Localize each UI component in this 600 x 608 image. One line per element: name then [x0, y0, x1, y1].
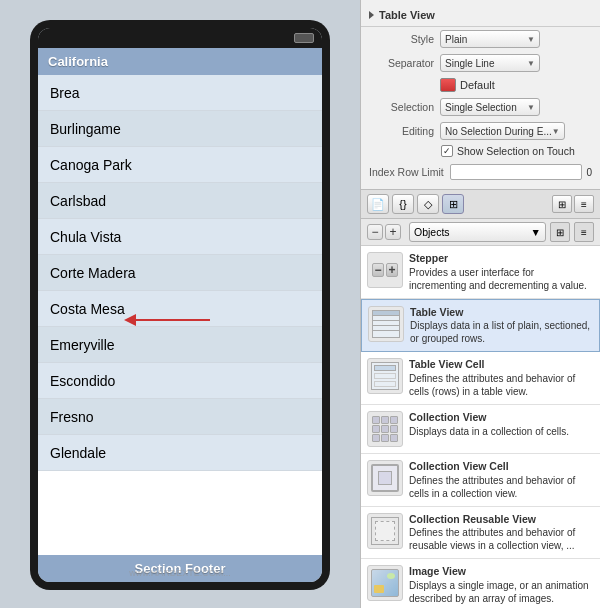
- selection-row: Selection Single Selection ▼: [361, 95, 600, 119]
- selection-select[interactable]: Single Selection ▼: [440, 98, 540, 116]
- list-view-icon[interactable]: ≡: [574, 222, 594, 242]
- table-row[interactable]: Escondido: [38, 363, 322, 399]
- section-header: California: [38, 48, 322, 75]
- objects-bar: − + Objects ▼ ⊞ ≡: [361, 219, 600, 246]
- table-row[interactable]: Chula Vista: [38, 219, 322, 255]
- table-row[interactable]: Canoga Park: [38, 147, 322, 183]
- collectionviewcell-component-icon: [367, 460, 403, 496]
- triangle-icon: [369, 11, 374, 19]
- chevron-down-icon: ▼: [552, 127, 560, 136]
- code-icon[interactable]: {}: [392, 194, 414, 214]
- watermark: www.HARDEXTE.COM...: [129, 568, 231, 578]
- minus-plus-controls: − +: [367, 224, 401, 240]
- separator-row: Separator Single Line ▼: [361, 51, 600, 75]
- chevron-down-icon: ▼: [527, 103, 535, 112]
- color-swatch[interactable]: [440, 78, 456, 92]
- table-row[interactable]: Fresno: [38, 399, 322, 435]
- status-bar: [38, 28, 322, 48]
- grid-icon[interactable]: ⊞: [442, 194, 464, 214]
- table-row[interactable]: Corte Madera: [38, 255, 322, 291]
- chevron-down-icon: ▼: [527, 59, 535, 68]
- grid-view-icon[interactable]: ⊞: [550, 222, 570, 242]
- object-icon[interactable]: ◇: [417, 194, 439, 214]
- left-panel: California Brea Burlingame Canoga Park C…: [0, 0, 360, 608]
- tableviewcell-component-icon: [367, 358, 403, 394]
- list-item[interactable]: Collection View Displays data in a colle…: [361, 405, 600, 454]
- list-item[interactable]: − + Stepper Provides a user interface fo…: [361, 246, 600, 299]
- grid-view-toggle[interactable]: ⊞: [552, 195, 572, 213]
- stepper-component-icon: − +: [367, 252, 403, 288]
- battery-icon: [294, 33, 314, 43]
- ios-screen: California Brea Burlingame Canoga Park C…: [38, 28, 322, 582]
- table-list[interactable]: Brea Burlingame Canoga Park Carlsbad Chu…: [38, 75, 322, 555]
- chevron-down-icon: ▼: [531, 226, 541, 238]
- show-selection-row: Show Selection on Touch: [361, 143, 600, 161]
- right-panel: Table View Style Plain ▼ Separator Singl…: [360, 0, 600, 608]
- table-row[interactable]: Costa Mesa: [38, 291, 322, 327]
- list-item[interactable]: Collection View Cell Defines the attribu…: [361, 454, 600, 507]
- style-row: Style Plain ▼: [361, 27, 600, 51]
- component-list[interactable]: − + Stepper Provides a user interface fo…: [361, 246, 600, 608]
- toolbar: 📄 {} ◇ ⊞ ⊞ ≡: [361, 190, 600, 219]
- toolbar-icons: 📄 {} ◇ ⊞: [367, 194, 464, 214]
- imageview-component-icon: [367, 565, 403, 601]
- list-item[interactable]: Image View Displays a single image, or a…: [361, 559, 600, 608]
- chevron-down-icon: ▼: [527, 35, 535, 44]
- inspector-section: Table View Style Plain ▼ Separator Singl…: [361, 0, 600, 190]
- objects-select[interactable]: Objects ▼: [409, 222, 546, 242]
- toolbar-right: ⊞ ≡: [552, 195, 594, 213]
- style-select[interactable]: Plain ▼: [440, 30, 540, 48]
- show-selection-checkbox[interactable]: [441, 145, 453, 157]
- ios-device: California Brea Burlingame Canoga Park C…: [30, 20, 330, 590]
- minus-button[interactable]: −: [367, 224, 383, 240]
- table-row[interactable]: Burlingame: [38, 111, 322, 147]
- default-row: Default: [361, 75, 600, 95]
- table-row[interactable]: Brea: [38, 75, 322, 111]
- table-row[interactable]: Emeryville: [38, 327, 322, 363]
- index-input[interactable]: [450, 164, 583, 180]
- table-row[interactable]: Carlsbad: [38, 183, 322, 219]
- separator-select[interactable]: Single Line ▼: [440, 54, 540, 72]
- list-item[interactable]: Collection Reusable View Defines the att…: [361, 507, 600, 560]
- tableview-component-icon: [368, 306, 404, 342]
- table-row[interactable]: Glendale: [38, 435, 322, 471]
- plus-button[interactable]: +: [385, 224, 401, 240]
- file-icon[interactable]: 📄: [367, 194, 389, 214]
- index-row: Index Row Limit 0: [361, 161, 600, 183]
- collectionreusable-component-icon: [367, 513, 403, 549]
- editing-row: Editing No Selection During E... ▼: [361, 119, 600, 143]
- inspector-title: Table View: [361, 6, 600, 27]
- list-item[interactable]: Table View Displays data in a list of pl…: [361, 299, 600, 353]
- editing-select[interactable]: No Selection During E... ▼: [440, 122, 565, 140]
- collectionview-component-icon: [367, 411, 403, 447]
- list-view-toggle[interactable]: ≡: [574, 195, 594, 213]
- list-item[interactable]: Table View Cell Defines the attributes a…: [361, 352, 600, 405]
